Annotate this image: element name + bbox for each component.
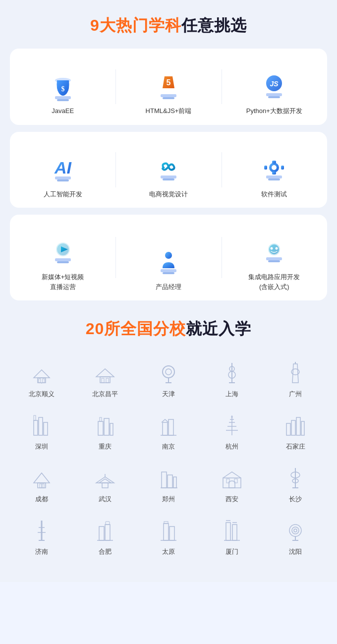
svg-rect-100 — [169, 527, 174, 540]
svg-point-110 — [294, 529, 297, 532]
svg-rect-66 — [100, 417, 102, 421]
nanjing-label: 南京 — [162, 442, 175, 451]
chengdu-icon — [29, 465, 55, 491]
svg-rect-44 — [43, 379, 45, 383]
svg-text:$: $ — [61, 85, 64, 93]
city-nanjing[interactable]: 南京 — [137, 405, 200, 457]
svg-rect-15 — [163, 178, 174, 180]
svg-rect-104 — [232, 525, 237, 540]
city-hefei[interactable]: 合肥 — [73, 510, 137, 562]
city-chongqing[interactable]: 重庆 — [73, 405, 137, 457]
city-chengdu[interactable]: 成都 — [10, 457, 73, 510]
svg-rect-13 — [57, 179, 69, 181]
svg-text:JS: JS — [270, 80, 279, 88]
jinan-label: 济南 — [35, 547, 48, 556]
city-shanghai[interactable]: 上海 — [200, 352, 264, 405]
city-xian[interactable]: 西安 — [200, 457, 264, 510]
nanjing-icon — [156, 412, 181, 438]
section1-title-highlight: 9大热门学科 — [90, 16, 181, 34]
city-wuhan[interactable]: 武汉 — [73, 457, 137, 510]
city-guangzhou[interactable]: 广州 — [264, 352, 327, 405]
svg-rect-10 — [268, 96, 280, 98]
zhengzhou-icon — [156, 465, 181, 491]
section2-title: 20所全国分校就近入学 — [10, 318, 327, 340]
svg-rect-82 — [173, 477, 176, 488]
subject-html[interactable]: 5 HTML&JS+前端 — [115, 58, 221, 116]
svg-rect-47 — [102, 378, 104, 383]
xiamen-icon — [219, 518, 245, 543]
svg-rect-23 — [268, 178, 280, 180]
chengdu-label: 成都 — [35, 495, 48, 504]
svg-rect-14 — [161, 176, 176, 178]
city-taiyuan[interactable]: 太原 — [137, 510, 200, 562]
svg-rect-74 — [301, 421, 304, 435]
javaee-label: JavaEE — [52, 106, 74, 116]
subject-ecom[interactable]: 电商视觉设计 — [115, 141, 221, 199]
svg-rect-18 — [272, 161, 276, 164]
jinan-icon — [29, 518, 55, 543]
svg-point-57 — [291, 369, 299, 375]
chongqing-label: 重庆 — [99, 442, 112, 451]
subject-ai[interactable]: AI 人工智能开发 — [10, 141, 115, 199]
subject-product[interactable]: 产品经理 — [115, 224, 221, 292]
svg-rect-28 — [57, 261, 69, 263]
circuit-label: 集成电路应用开发 (含嵌入式) — [248, 272, 300, 292]
section2-title-rest: 就近入学 — [186, 320, 251, 338]
product-icon — [149, 237, 188, 277]
svg-rect-59 — [34, 420, 38, 435]
city-grid: 北京顺义 北京昌平 天津 — [10, 352, 327, 562]
python-icon: JS — [254, 61, 294, 101]
changsha-icon — [282, 465, 308, 491]
shenyang-icon — [282, 518, 308, 543]
subject-media[interactable]: 新媒体+短视频 直播运营 — [10, 224, 115, 292]
svg-rect-68 — [168, 419, 173, 435]
svg-rect-77 — [42, 484, 44, 488]
city-shijiazhuang[interactable]: 石家庄 — [264, 405, 327, 457]
beijing-shunyi-label: 北京顺义 — [29, 390, 55, 399]
svg-rect-22 — [266, 176, 282, 178]
svg-rect-48 — [106, 378, 109, 383]
city-tianjin[interactable]: 天津 — [137, 352, 200, 405]
beijing-changping-icon — [92, 360, 118, 386]
svg-rect-63 — [98, 421, 103, 435]
city-beijing-changping[interactable]: 北京昌平 — [73, 352, 137, 405]
svg-point-35 — [276, 247, 278, 250]
svg-rect-67 — [163, 422, 168, 435]
city-shenzhen[interactable]: 深圳 — [10, 405, 73, 457]
svg-rect-2 — [55, 96, 71, 99]
city-shenyang[interactable]: 沈阳 — [264, 510, 327, 562]
subject-javaee[interactable]: $ JavaEE — [10, 58, 115, 116]
svg-text:AI: AI — [54, 158, 72, 177]
svg-rect-81 — [168, 475, 172, 488]
subject-test[interactable]: 软件测试 — [222, 141, 327, 199]
section1-title: 9大热门学科任意挑选 — [10, 15, 327, 37]
hefei-label: 合肥 — [99, 547, 112, 556]
taiyuan-icon — [156, 518, 181, 543]
svg-rect-84 — [223, 478, 241, 488]
svg-point-17 — [272, 165, 277, 170]
svg-rect-103 — [226, 523, 230, 540]
svg-rect-21 — [281, 166, 284, 170]
city-jinan[interactable]: 济南 — [10, 510, 73, 562]
city-changsha[interactable]: 长沙 — [264, 457, 327, 510]
svg-rect-40 — [266, 257, 282, 260]
svg-rect-41 — [268, 260, 280, 262]
tianjin-label: 天津 — [162, 390, 175, 399]
ecom-label: 电商视觉设计 — [149, 189, 188, 199]
hangzhou-label: 杭州 — [225, 442, 238, 451]
hefei-icon — [92, 518, 118, 543]
html-label: HTML&JS+前端 — [146, 106, 192, 116]
changsha-label: 长沙 — [289, 495, 302, 504]
city-xiamen[interactable]: 厦门 — [200, 510, 264, 562]
city-zhengzhou[interactable]: 郑州 — [137, 457, 200, 510]
subject-python[interactable]: JS Python+大数据开发 — [222, 58, 327, 116]
ecom-icon — [149, 145, 188, 184]
city-beijing-shunyi[interactable]: 北京顺义 — [10, 352, 73, 405]
svg-rect-6 — [163, 97, 174, 99]
svg-point-50 — [166, 369, 171, 375]
shenzhen-icon — [29, 412, 55, 438]
city-hangzhou[interactable]: 杭州 — [200, 405, 264, 457]
subject-circuit[interactable]: 集成电路应用开发 (含嵌入式) — [222, 224, 327, 292]
media-label: 新媒体+短视频 直播运营 — [42, 272, 84, 292]
guangzhou-icon — [282, 360, 308, 386]
